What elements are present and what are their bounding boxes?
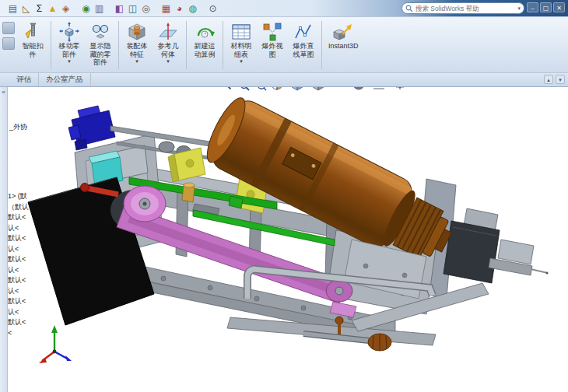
feature-tree-item[interactable]: < — [8, 329, 12, 338]
assembly-features-label: 装配体特征 — [127, 42, 148, 58]
measure-icon[interactable]: ◺ — [19, 2, 33, 16]
feature-tree-item[interactable]: 认< — [8, 308, 19, 317]
hole-alignment-icon[interactable]: ◎ — [139, 2, 153, 16]
feature-tree-item[interactable]: 认< — [8, 266, 19, 275]
tab-evaluate[interactable]: 评估 — [9, 73, 39, 86]
smart-fasteners-button[interactable]: 智能扣件 — [17, 19, 48, 72]
show-hidden-components-button[interactable]: 显示隐藏的零部件 — [85, 19, 116, 72]
appearance-icon[interactable]: ◕ — [173, 2, 186, 16]
move-component-button[interactable]: 移动零部件▾ — [54, 19, 85, 72]
smart-fasteners-icon — [23, 21, 43, 42]
assembly-features-button[interactable]: 装配体特征▾ — [121, 19, 153, 72]
command-manager-ribbon: 智能扣件移动零部件▾显示隐藏的零部件装配体特征▾参考几何体▾新建运动算例材料明细… — [0, 17, 568, 73]
maximize-button[interactable]: ▢ — [540, 2, 552, 12]
dropdown-caret-icon[interactable]: ▾ — [240, 58, 243, 64]
feature-tree-item[interactable]: 默认< — [8, 234, 26, 243]
ribbon-separator — [223, 21, 223, 69]
options-icon[interactable]: ⊙ — [206, 2, 219, 16]
search-box[interactable]: ▾ — [401, 2, 524, 14]
panel-collapse-strip[interactable]: « — [0, 87, 8, 392]
bill-of-materials-icon — [231, 21, 251, 42]
tab-evaluate-label: 评估 — [16, 75, 31, 85]
panel-collapse-icon[interactable]: « — [2, 89, 5, 96]
feature-tree-item[interactable]: 默认< — [8, 213, 26, 222]
smart-fasteners-label: 智能扣件 — [23, 42, 44, 58]
feature-tree-item[interactable]: 默认< — [8, 318, 26, 327]
clearance-verification-icon[interactable]: ◫ — [126, 2, 139, 16]
reference-geometry-button[interactable]: 参考几何体▾ — [153, 19, 184, 72]
ribbon-separator — [118, 21, 119, 69]
feature-tree-item[interactable]: _外协 — [9, 123, 27, 131]
instant3d-icon — [333, 21, 353, 42]
solidworks-help-search-input[interactable] — [415, 5, 515, 12]
feature-tree-item[interactable]: 1> (默 — [8, 192, 27, 201]
bill-of-materials-button[interactable]: 材料明细表▾ — [226, 19, 257, 72]
show-hidden-components-icon — [90, 21, 110, 42]
dropdown-caret-icon[interactable]: ▾ — [135, 58, 138, 64]
feature-tree-item[interactable]: 默认< — [8, 297, 26, 306]
feature-tree-item[interactable]: 默认< — [8, 255, 26, 264]
reference-geometry-label: 参考几何体 — [158, 42, 179, 58]
new-motion-study-icon — [195, 21, 215, 42]
dropdown-caret-icon[interactable]: ▾ — [68, 58, 71, 64]
clipped-icon — [2, 22, 15, 34]
search-icon — [405, 5, 413, 12]
orientation-triad — [37, 324, 78, 369]
dropdown-caret-icon[interactable]: ▾ — [167, 58, 170, 64]
tab-office-products-label: 办公室产品 — [46, 75, 83, 85]
blue-bracket-part[interactable] — [68, 106, 115, 150]
show-hidden-components-label: 显示隐藏的零部件 — [90, 42, 111, 67]
bill-of-materials-label: 材料明细表 — [231, 42, 252, 58]
check-entity-icon[interactable]: ▲ — [46, 2, 59, 16]
feature-tree-item[interactable]: 认< — [8, 245, 19, 254]
clipped-icon — [2, 37, 15, 50]
feature-tree-item[interactable]: 认< — [8, 287, 19, 296]
feature-tree-item[interactable]: 默认< — [8, 276, 26, 285]
ribbon-separator — [321, 21, 322, 69]
reference-geometry-icon — [158, 21, 178, 42]
minimize-button[interactable]: – — [527, 2, 538, 12]
new-motion-study-label: 新建运动算例 — [195, 42, 216, 58]
exploded-view-icon — [262, 21, 282, 42]
window-controls: –▢✕ — [527, 2, 565, 12]
search-scope-caret-icon[interactable]: ▾ — [517, 5, 521, 12]
new-motion-study-button[interactable]: 新建运动算例 — [189, 19, 220, 72]
ribbon-options-button[interactable]: ▾ — [556, 75, 565, 84]
instant3d-button[interactable]: Instant3D — [324, 19, 363, 72]
instant3d-label: Instant3D — [328, 42, 359, 51]
ribbon-buttons: 智能扣件移动零部件▾显示隐藏的零部件装配体特征▾参考几何体▾新建运动算例材料明细… — [17, 19, 363, 72]
explode-line-sketch-button[interactable]: 爆炸直线草图 — [288, 19, 319, 72]
quick-access-toolbar: ▤◺Σ▲◈◉▥◧◫◎▦◕◍⊙ — [0, 0, 219, 17]
feature-tree-item[interactable]: 认< — [8, 224, 19, 233]
exploded-view-button[interactable]: 爆炸视图 — [257, 19, 288, 72]
feature-tree-item[interactable]: （默认 — [8, 203, 29, 212]
graphics-viewport[interactable]: _外协1> (默（默认默认<认<默认<认<默认<认<默认<认<默认<认<默认<< — [0, 87, 568, 392]
move-component-icon — [59, 21, 79, 42]
brass-fitting-part[interactable] — [182, 183, 195, 202]
design-library-icon[interactable]: ▤ — [6, 2, 19, 16]
toolbox-icon[interactable]: ▦ — [160, 2, 173, 16]
sensor-icon[interactable]: ◉ — [79, 2, 93, 16]
command-manager-tabs: 评估 办公室产品 ▴ ▾ — [0, 73, 568, 87]
interference-detection-icon[interactable]: ◧ — [113, 2, 126, 16]
section-properties-icon[interactable]: ◈ — [59, 2, 72, 16]
collapse-ribbon-button[interactable]: ▴ — [544, 75, 553, 84]
clipped-buttons — [2, 19, 17, 72]
3d-assembly-model[interactable] — [0, 87, 568, 392]
ribbon-separator — [51, 21, 51, 69]
assembly-features-icon — [127, 21, 147, 42]
search-area: ▾ — [401, 2, 524, 14]
explode-line-sketch-label: 爆炸直线草图 — [293, 42, 314, 58]
statistics-icon[interactable]: ▥ — [93, 2, 106, 16]
mass-properties-icon[interactable]: Σ — [33, 2, 46, 16]
move-component-label: 移动零部件 — [59, 42, 80, 58]
close-button[interactable]: ✕ — [553, 2, 565, 12]
exploded-view-label: 爆炸视图 — [262, 42, 283, 58]
explode-line-sketch-icon — [293, 21, 314, 42]
solidworks-window: { "titlebar": { "search_placeholder": "搜… — [0, 0, 568, 392]
ribbon-separator — [186, 21, 187, 69]
scene-icon[interactable]: ◍ — [186, 2, 199, 16]
ribbon-corner-buttons: ▴ ▾ — [544, 75, 565, 84]
title-bar: ▤◺Σ▲◈◉▥◧◫◎▦◕◍⊙ ▾ –▢✕ — [0, 0, 568, 17]
tab-office-products[interactable]: 办公室产品 — [39, 73, 91, 86]
